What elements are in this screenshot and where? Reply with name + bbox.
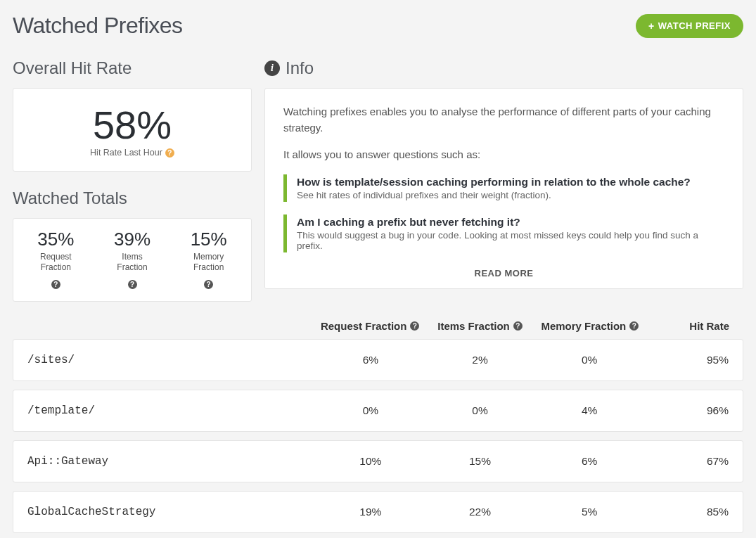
watched-totals-card: 35% RequestFraction ? 39% ItemsFraction …: [13, 218, 252, 302]
table-row[interactable]: /template/ 0% 0% 4% 96%: [13, 390, 743, 432]
col-items-fraction[interactable]: Items Fraction: [437, 320, 510, 332]
cell-request-fraction: 10%: [316, 455, 425, 468]
total-value: 39%: [94, 229, 171, 250]
info-paragraph: It allows you to answer questions such a…: [283, 147, 724, 163]
overall-hit-rate-card: 58% Hit Rate Last Hour ?: [13, 88, 252, 172]
prefix-name: /template/: [27, 404, 316, 417]
plus-icon: +: [648, 20, 655, 32]
callout-sub: This would suggest a bug in your code. L…: [297, 230, 724, 251]
total-items-fraction: 39% ItemsFraction ?: [94, 229, 171, 290]
cell-hit-rate: 85%: [644, 506, 729, 518]
prefix-name: GlobalCacheStrategy: [27, 506, 316, 518]
cell-request-fraction: 6%: [316, 354, 425, 366]
table-row[interactable]: Api::Gateway 10% 15% 6% 67%: [13, 440, 743, 482]
cell-items-fraction: 22%: [425, 506, 535, 518]
callout-sub: See hit rates of individual prefixes and…: [297, 190, 724, 200]
watch-prefix-button[interactable]: + WATCH PREFIX: [636, 14, 743, 38]
cell-items-fraction: 2%: [425, 354, 535, 366]
info-callout: How is template/session caching performi…: [283, 174, 724, 202]
cell-memory-fraction: 0%: [534, 354, 644, 366]
cell-hit-rate: 95%: [644, 354, 729, 366]
overall-hit-rate-title: Overall Hit Rate: [13, 58, 252, 78]
cell-request-fraction: 0%: [316, 404, 425, 417]
callout-title: Am I caching a prefix but never fetching…: [297, 216, 724, 229]
help-icon[interactable]: ?: [204, 280, 213, 289]
table-row[interactable]: /sites/ 6% 2% 0% 95%: [13, 339, 743, 381]
cell-memory-fraction: 6%: [534, 455, 644, 468]
total-memory-fraction: 15% MemoryFraction ?: [170, 229, 247, 290]
help-icon[interactable]: ?: [51, 280, 60, 289]
cell-items-fraction: 0%: [425, 404, 535, 417]
overall-hit-rate-sublabel: Hit Rate Last Hour: [90, 148, 162, 158]
cell-memory-fraction: 4%: [534, 404, 644, 417]
info-callout: Am I caching a prefix but never fetching…: [283, 214, 724, 252]
info-icon: i: [264, 60, 280, 76]
col-memory-fraction[interactable]: Memory Fraction: [541, 320, 626, 332]
info-card: Watching prefixes enables you to analyse…: [264, 88, 743, 289]
prefix-table: Request Fraction? Items Fraction? Memory…: [13, 314, 743, 533]
cell-memory-fraction: 5%: [534, 506, 644, 518]
info-title: Info: [286, 58, 314, 78]
help-icon[interactable]: ?: [513, 321, 523, 331]
table-header: Request Fraction? Items Fraction? Memory…: [13, 314, 743, 339]
page-title: Watched Prefixes: [13, 13, 183, 39]
callout-title: How is template/session caching performi…: [297, 176, 724, 188]
cell-hit-rate: 96%: [644, 404, 729, 417]
help-icon[interactable]: ?: [165, 148, 174, 158]
read-more-button[interactable]: READ MORE: [265, 260, 743, 288]
cell-items-fraction: 15%: [425, 455, 535, 468]
info-paragraph: Watching prefixes enables you to analyse…: [283, 104, 724, 136]
overall-hit-rate-value: 58%: [20, 105, 244, 145]
total-request-fraction: 35% RequestFraction ?: [18, 229, 94, 290]
watched-totals-title: Watched Totals: [13, 188, 252, 208]
watch-prefix-button-label: WATCH PREFIX: [658, 20, 731, 31]
cell-hit-rate: 67%: [644, 455, 729, 468]
help-icon[interactable]: ?: [629, 321, 639, 331]
col-request-fraction[interactable]: Request Fraction: [321, 320, 407, 332]
table-row[interactable]: GlobalCacheStrategy 19% 22% 5% 85%: [13, 491, 743, 533]
help-icon[interactable]: ?: [410, 321, 419, 331]
total-value: 35%: [18, 229, 94, 250]
cell-request-fraction: 19%: [316, 506, 425, 518]
help-icon[interactable]: ?: [128, 280, 137, 289]
col-hit-rate[interactable]: Hit Rate: [689, 320, 729, 332]
total-value: 15%: [170, 229, 247, 250]
prefix-name: /sites/: [27, 354, 316, 366]
prefix-name: Api::Gateway: [27, 455, 316, 468]
